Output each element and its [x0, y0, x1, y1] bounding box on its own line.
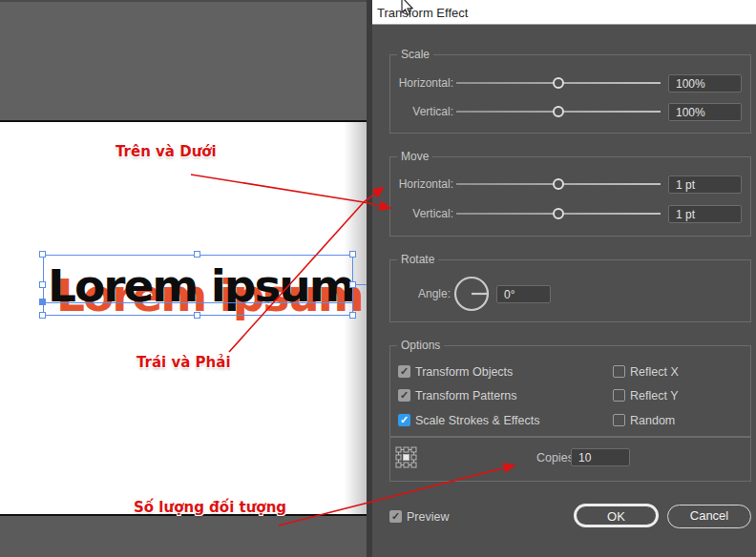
- selection-handle-top-left[interactable]: [39, 251, 46, 258]
- selection-handle-mid-right[interactable]: [349, 281, 356, 288]
- move-legend: Move: [397, 150, 432, 163]
- selection-handle-mid-left[interactable]: [39, 281, 46, 288]
- reflect-y-label: Reflect Y: [630, 389, 679, 402]
- pasteboard-bottom: [0, 516, 367, 557]
- preview-label: Preview: [407, 510, 449, 524]
- random-checkbox[interactable]: [613, 414, 625, 426]
- move-vertical-label: Vertical:: [387, 207, 453, 220]
- angle-value-field[interactable]: 0°: [496, 285, 551, 303]
- transform-effect-dialog: Transform Effect Scale Horizontal: 100% …: [367, 0, 756, 557]
- selection-handle-bottom-right[interactable]: [349, 312, 356, 319]
- random-label: Random: [630, 414, 675, 427]
- ok-button[interactable]: OK: [574, 504, 659, 527]
- scale-horizontal-slider-handle[interactable]: [553, 77, 564, 89]
- reflect-x-label: Reflect X: [630, 365, 679, 379]
- move-horizontal-label: Horizontal:: [387, 177, 453, 191]
- annotation-left-right: Trái và Phải: [136, 354, 231, 371]
- copies-label: Copies: [536, 451, 574, 464]
- transform-patterns-checkbox[interactable]: [398, 389, 410, 402]
- canvas-area: Lorem ipsum Lorem ipsum Trên và Dưới Trá…: [0, 0, 367, 557]
- selection-handle-bottom-mid[interactable]: [194, 312, 200, 319]
- scale-horizontal-label: Horizontal:: [387, 76, 453, 90]
- move-vertical-value-field[interactable]: 1 pt: [668, 205, 742, 223]
- scale-vertical-label: Vertical:: [387, 105, 453, 118]
- transform-objects-checkbox[interactable]: [398, 365, 410, 378]
- reference-point-locator[interactable]: [395, 446, 417, 468]
- move-horizontal-slider-handle[interactable]: [553, 178, 564, 190]
- selection-bounding-box[interactable]: [43, 255, 353, 316]
- angle-label: Angle:: [384, 287, 451, 300]
- transform-objects-label: Transform Objects: [415, 365, 513, 379]
- text-baseline-indicator: [43, 302, 353, 303]
- illustrator-workspace: Lorem ipsum Lorem ipsum Trên và Dưới Trá…: [0, 0, 756, 557]
- rotate-legend: Rotate: [397, 253, 438, 266]
- selection-handle-bottom-left[interactable]: [39, 312, 46, 319]
- copies-value-field[interactable]: 10: [571, 448, 630, 466]
- scale-group: Scale: [389, 54, 751, 134]
- canvas-top-edge: [0, 0, 367, 2]
- scale-legend: Scale: [397, 48, 433, 61]
- angle-dial[interactable]: [453, 276, 492, 314]
- dialog-title: Transform Effect: [377, 6, 468, 20]
- move-vertical-slider-handle[interactable]: [553, 208, 564, 219]
- options-legend: Options: [397, 339, 444, 352]
- annotation-object-count: Số lượng đối tượng: [134, 499, 286, 516]
- preview-checkbox[interactable]: [389, 510, 402, 523]
- scale-strokes-effects-label: Scale Strokes & Effects: [415, 414, 539, 427]
- selection-anchor-point[interactable]: [39, 299, 46, 305]
- selection-handle-top-right[interactable]: [349, 251, 356, 258]
- transform-patterns-label: Transform Patterns: [415, 389, 517, 402]
- move-horizontal-value-field[interactable]: 1 pt: [668, 175, 742, 194]
- reflect-x-checkbox[interactable]: [613, 365, 625, 378]
- annotation-top-bottom: Trên và Dưới: [116, 143, 217, 160]
- scale-vertical-slider-handle[interactable]: [553, 106, 564, 117]
- cancel-button[interactable]: Cancel: [667, 505, 751, 528]
- scale-vertical-value-field[interactable]: 100%: [668, 103, 742, 121]
- move-group: Move: [389, 156, 751, 237]
- scale-horizontal-value-field[interactable]: 100%: [668, 74, 742, 93]
- dialog-titlebar[interactable]: Transform Effect: [372, 0, 756, 25]
- reflect-y-checkbox[interactable]: [613, 389, 625, 402]
- scale-strokes-effects-checkbox[interactable]: [398, 414, 410, 426]
- selection-handle-top-mid[interactable]: [194, 251, 200, 258]
